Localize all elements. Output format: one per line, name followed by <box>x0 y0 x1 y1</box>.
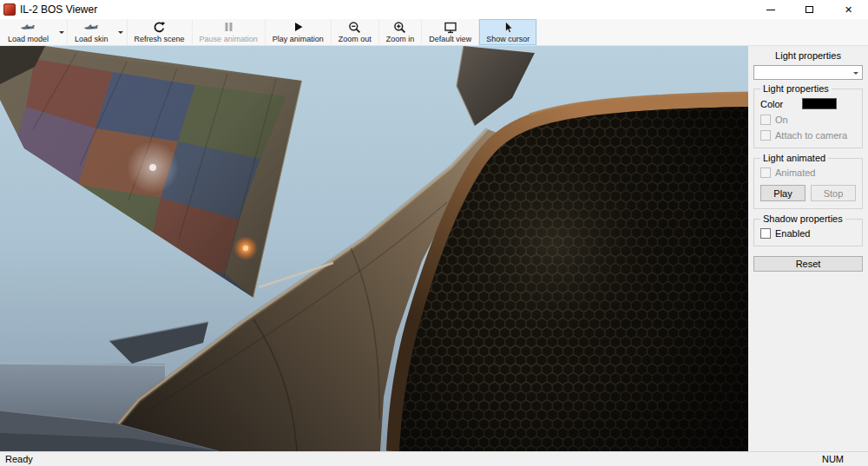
group-title: Light animated <box>760 153 828 163</box>
toolbar-refresh-scene: Refresh scene <box>128 19 193 45</box>
load-model-dropdown[interactable] <box>56 19 67 45</box>
default-view-label: Default view <box>429 35 471 43</box>
zoom-out-button[interactable]: Zoom out <box>332 19 378 45</box>
animated-checkbox <box>760 167 771 178</box>
group-title: Shadow properties <box>760 213 845 224</box>
animated-label: Animated <box>775 167 815 178</box>
zoom-out-label: Zoom out <box>339 35 372 43</box>
on-label: On <box>775 115 788 125</box>
minimize-icon <box>766 10 775 10</box>
zoom-out-icon <box>348 21 361 34</box>
light-panel: Light properties Light properties Color … <box>748 46 868 451</box>
pause-animation-label: Pause animation <box>200 35 258 43</box>
toolbar-show-cursor: Show cursor <box>479 19 537 45</box>
toolbar: Load model Load skin Refresh scene <box>0 19 868 46</box>
play-button[interactable]: Play <box>760 185 806 201</box>
light-animated-group: Light animated Animated Play Stop <box>753 158 863 209</box>
pause-animation-button: Pause animation <box>193 19 265 45</box>
shadow-enabled-label: Enabled <box>775 228 810 239</box>
stop-button: Stop <box>811 185 856 201</box>
play-animation-button[interactable]: Play animation <box>266 19 331 45</box>
minimize-button[interactable] <box>751 0 790 19</box>
show-cursor-button[interactable]: Show cursor <box>479 19 536 45</box>
main-area: Light properties Light properties Color … <box>0 46 868 451</box>
color-row: Color <box>760 98 856 109</box>
num-lock-indicator: NUM <box>822 454 844 464</box>
refresh-scene-button[interactable]: Refresh scene <box>128 19 192 45</box>
reset-button[interactable]: Reset <box>753 256 863 272</box>
light-properties-group: Light properties Color On Attach to came… <box>753 89 863 148</box>
light-select-value <box>754 72 849 73</box>
statusbar: Ready NUM <box>0 451 868 466</box>
play-icon <box>293 21 304 34</box>
attach-to-camera-checkbox-row: Attach to camera <box>760 130 856 141</box>
toolbar-zoom-out: Zoom out <box>332 19 379 45</box>
zoom-in-button[interactable]: Zoom in <box>379 19 422 45</box>
window-title: IL-2 BOS Viewer <box>20 3 97 16</box>
app-icon <box>3 3 16 16</box>
color-label: Color <box>760 99 790 109</box>
maximize-icon <box>806 6 813 13</box>
cursor-icon <box>503 21 514 34</box>
pause-icon <box>223 21 234 34</box>
panel-header: Light properties <box>748 46 868 65</box>
shadow-properties-group: Shadow properties Enabled <box>753 219 863 246</box>
on-checkbox <box>760 115 771 125</box>
toolbar-load-skin: Load skin <box>68 19 128 45</box>
show-cursor-label: Show cursor <box>486 35 529 43</box>
airplane-icon <box>21 21 36 34</box>
load-skin-label: Load skin <box>75 35 108 43</box>
load-model-label: Load model <box>8 35 49 43</box>
load-skin-button[interactable]: Load skin <box>68 19 115 45</box>
toolbar-load-model: Load model <box>1 19 68 45</box>
animation-buttons-row: Play Stop <box>760 185 856 201</box>
light-select[interactable] <box>753 65 863 80</box>
attach-to-camera-label: Attach to camera <box>775 130 847 141</box>
app-window: IL-2 BOS Viewer ✕ Load model Load skin <box>0 0 868 466</box>
zoom-in-label: Zoom in <box>386 35 415 43</box>
toolbar-zoom-in: Zoom in <box>379 19 423 45</box>
close-button[interactable]: ✕ <box>829 0 868 19</box>
group-title: Light properties <box>760 83 832 94</box>
shadow-enabled-checkbox-row: Enabled <box>760 228 856 239</box>
on-checkbox-row: On <box>760 115 856 125</box>
maximize-button[interactable] <box>790 0 829 19</box>
chevron-down-icon <box>849 66 862 79</box>
zoom-in-icon <box>393 21 406 34</box>
attach-to-camera-checkbox <box>760 130 771 141</box>
refresh-scene-label: Refresh scene <box>135 35 185 43</box>
load-model-button[interactable]: Load model <box>1 19 56 45</box>
load-skin-dropdown[interactable] <box>115 19 127 45</box>
toolbar-default-view: Default view <box>422 19 479 45</box>
animated-checkbox-row: Animated <box>760 167 856 178</box>
monitor-icon <box>444 21 457 34</box>
viewport-3d[interactable] <box>0 46 748 451</box>
color-swatch[interactable] <box>802 98 837 109</box>
window-controls: ✕ <box>751 0 868 19</box>
status-text: Ready <box>5 454 33 464</box>
play-animation-label: Play animation <box>273 35 324 43</box>
refresh-icon <box>153 21 166 34</box>
close-icon: ✕ <box>845 5 852 15</box>
toolbar-pause-animation: Pause animation <box>193 19 266 45</box>
shadow-enabled-checkbox[interactable] <box>760 228 771 239</box>
airplane-icon <box>84 21 99 34</box>
default-view-button[interactable]: Default view <box>422 19 478 45</box>
toolbar-play-animation: Play animation <box>266 19 332 45</box>
scene-render <box>0 46 748 451</box>
titlebar: IL-2 BOS Viewer ✕ <box>0 0 868 19</box>
